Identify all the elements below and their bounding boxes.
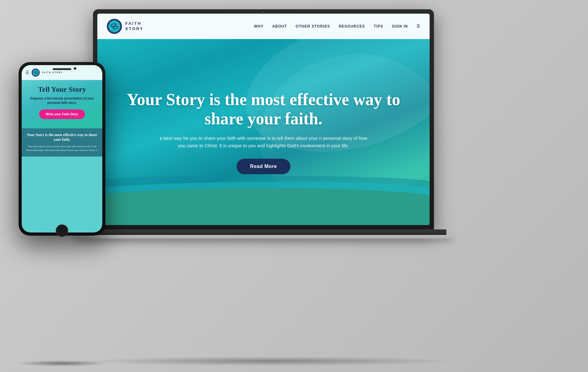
phone-bottom-title: Your Story is the most effective way to … bbox=[26, 133, 98, 142]
nav-why[interactable]: WHY bbox=[254, 24, 263, 29]
nav-about[interactable]: ABOUT bbox=[272, 24, 287, 29]
laptop: FAITH STORY WHY ABOUT OTHER STORIES RESO… bbox=[93, 9, 434, 251]
nav-tips[interactable]: TIPS bbox=[374, 24, 383, 29]
laptop-base bbox=[81, 229, 446, 236]
faith-story-logo-icon bbox=[107, 19, 122, 34]
logo-line1: FAITH bbox=[125, 21, 144, 26]
phone-nav: ☰ FAITH STORY bbox=[22, 65, 102, 80]
phone-logo-text: FAITH STORY bbox=[42, 71, 63, 74]
logo-text: FAITH STORY bbox=[125, 21, 144, 32]
phone-bottom-body: The best way for you to share your faith… bbox=[26, 145, 98, 152]
hero-title: Your Story is the most effective way to … bbox=[116, 90, 411, 128]
read-more-button[interactable]: Read More bbox=[237, 159, 290, 174]
phone-hero: Tell Your Story Organize a five minute p… bbox=[22, 80, 102, 128]
laptop-foot bbox=[74, 235, 453, 239]
phone-hamburger-icon[interactable]: ☰ bbox=[25, 70, 29, 75]
wave1 bbox=[97, 188, 430, 225]
scene: FAITH STORY WHY ABOUT OTHER STORIES RESO… bbox=[0, 0, 588, 372]
phone-screen: ☰ FAITH STORY Tel bbox=[22, 65, 102, 232]
laptop-nav: FAITH STORY WHY ABOUT OTHER STORIES RESO… bbox=[97, 14, 430, 39]
laptop-body: FAITH STORY WHY ABOUT OTHER STORIES RESO… bbox=[93, 9, 434, 229]
nav-other-stories[interactable]: OTHER STORIES bbox=[296, 24, 330, 29]
phone: ☰ FAITH STORY Tel bbox=[19, 62, 105, 236]
nav-sign-in[interactable]: SIGN IN bbox=[392, 24, 408, 29]
laptop-screen: FAITH STORY WHY ABOUT OTHER STORIES RESO… bbox=[97, 14, 430, 225]
phone-hero-title: Tell Your Story bbox=[38, 85, 86, 94]
phone-hero-subtitle: Organize a five minute presentation of y… bbox=[26, 96, 98, 105]
logo-line2: STORY bbox=[125, 26, 144, 32]
phone-cta-button[interactable]: Write your Faith Story bbox=[39, 109, 85, 119]
phone-logo-icon bbox=[31, 68, 40, 77]
phone-body: ☰ FAITH STORY Tel bbox=[19, 62, 105, 236]
laptop-hero: Your Story is the most effective way to … bbox=[97, 39, 430, 225]
phone-camera bbox=[74, 67, 76, 70]
phone-logo-line2: STORY bbox=[52, 71, 63, 73]
phone-home-button[interactable] bbox=[56, 224, 68, 237]
hero-body: e best way for you to share your faith w… bbox=[158, 135, 369, 149]
phone-speaker bbox=[53, 68, 71, 70]
laptop-logo: FAITH STORY bbox=[107, 19, 144, 34]
laptop-camera bbox=[262, 11, 265, 14]
phone-logo-line1: FAITH bbox=[42, 71, 51, 73]
phone-bottom-section: Your Story is the most effective way to … bbox=[22, 128, 102, 157]
nav-resources[interactable]: RESOURCES bbox=[339, 24, 365, 29]
laptop-nav-links: WHY ABOUT OTHER STORIES RESOURCES TIPS S… bbox=[254, 24, 420, 29]
hamburger-icon[interactable]: ☰ bbox=[417, 24, 420, 29]
laptop-shadow bbox=[84, 356, 456, 366]
